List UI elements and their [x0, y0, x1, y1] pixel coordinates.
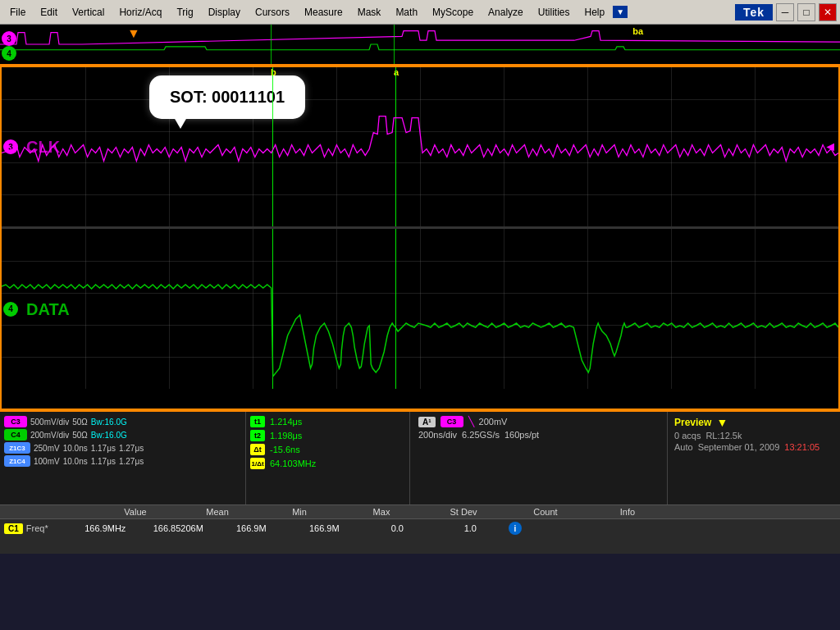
window-minimize[interactable]: ─ [776, 3, 794, 21]
rate-row: 200ns/div 6.25GS/s 160ps/pt [418, 430, 659, 440]
trigger-arrow: ╲ [468, 416, 474, 427]
inv-dt-value: 64.103MHz [270, 459, 316, 468]
menu-file[interactable]: File [3, 5, 32, 20]
meas-col-min: Min [267, 507, 332, 517]
meas-ch-badge: C1 [4, 523, 23, 534]
trigger-panel: A¹ C3 ╲ 200mV 200ns/div 6.25GS/s 160ps/p… [410, 412, 668, 504]
meas-col-mean: Mean [185, 507, 250, 517]
ch4-vdiv: 200mV/div [30, 431, 69, 440]
cursors-panel: t1 1.214μs t2 1.198μs Δt -15.6ns 1/Δt 64… [246, 412, 410, 504]
menu-edit[interactable]: Edit [34, 5, 64, 20]
data-waveform [2, 229, 838, 389]
sample-rate: 6.25GS/s [462, 430, 500, 440]
menu-dropdown[interactable]: ▼ [613, 6, 628, 18]
menubar: File Edit Vertical Horiz/Acq Trig Displa… [0, 0, 840, 25]
meas-col-count: Count [513, 507, 578, 517]
meas-name: Freq* [26, 523, 67, 533]
inv-dt-badge: 1/Δt [250, 458, 265, 469]
ch3-vdiv: 500mV/div [30, 418, 69, 427]
meas-col-value: Value [103, 507, 168, 517]
meas-value: 166.9MHz [71, 523, 140, 533]
menu-measure[interactable]: Measure [298, 5, 349, 20]
overview-cursor-a [394, 25, 395, 64]
z1c4-tdiv: 10.0ns [63, 457, 88, 466]
menu-analyze[interactable]: Analyze [482, 5, 530, 20]
acq-date: September 01, 2009 [698, 442, 780, 452]
acq-indicator: ▼ [716, 416, 728, 429]
meas-col-info: Info [595, 507, 660, 517]
ch3-badge: C3 [4, 416, 27, 427]
acq-count: 0 acqs [674, 431, 701, 441]
t1-row: t1 1.214μs [250, 416, 405, 427]
t2-row: t2 1.198μs [250, 430, 405, 441]
trigger-info-row: A¹ C3 ╲ 200mV [418, 416, 659, 427]
overview-waveform-ch4 [0, 25, 840, 64]
menu-display[interactable]: Display [202, 5, 247, 20]
rl-value: RL:12.5k [705, 431, 742, 441]
ch4-settings-row: C4 200mV/div 50Ω Bw:16.0G [4, 429, 241, 441]
menu-myscope[interactable]: MyScope [426, 5, 480, 20]
mode-date-row: Auto September 01, 2009 13:21:05 [674, 442, 833, 452]
menu-horiz-acq[interactable]: Horiz/Acq [112, 5, 168, 20]
window-restore[interactable]: □ [797, 3, 815, 21]
meas-min: 166.9M [217, 523, 286, 533]
ch4-bw: Bw:16.0G [91, 431, 127, 440]
z1c3-vdiv: 250mV [34, 444, 60, 453]
acqs-row: 0 acqs RL:12.5k [674, 431, 833, 441]
ch3-ohm: 50Ω [72, 418, 88, 427]
inv-dt-row: 1/Δt 64.103MHz [250, 458, 405, 469]
t2-value: 1.198μs [270, 431, 302, 441]
trigger-a-badge: A¹ [418, 417, 436, 427]
acq-mode: Auto [674, 442, 693, 452]
ch4-ohm: 50Ω [72, 431, 88, 440]
dt-badge: Δt [250, 444, 265, 455]
acq-time: 13:21:05 [784, 442, 819, 452]
trigger-level: 200mV [479, 417, 508, 427]
clk-waveform [2, 67, 838, 226]
meas-max: 166.9M [290, 523, 359, 533]
measurement-bar: Value Mean Min Max St Dev Count Info C1 … [0, 504, 840, 554]
t1-badge: t1 [250, 416, 265, 427]
overview-cursor-b [271, 25, 272, 64]
acq-panel: Preview ▼ 0 acqs RL:12.5k Auto September… [668, 412, 840, 504]
meas-stddev: 0.0 [363, 523, 432, 533]
menu-trig[interactable]: Trig [170, 5, 199, 20]
trigger-ch-badge: C3 [441, 416, 463, 427]
bottom-panels: C3 500mV/div 50Ω Bw:16.0G C4 200mV/div 5… [0, 410, 840, 504]
meas-mean: 166.85206M [144, 523, 213, 533]
tek-logo: Tek [735, 4, 773, 21]
menu-mask[interactable]: Mask [351, 5, 388, 20]
meas-info-icon[interactable]: i [509, 522, 522, 535]
overview-strip: ▼ 3 4 ba [0, 25, 840, 66]
preview-label: Preview [674, 417, 711, 428]
time-div: 200ns/div [418, 430, 457, 440]
z1c4-pos2: 1.27μs [119, 457, 144, 466]
meas-col-stddev: St Dev [431, 507, 496, 517]
meas-col-spacer [4, 507, 86, 517]
pts-per-div: 160ps/pt [504, 430, 539, 440]
meas-count: 1.0 [436, 523, 505, 533]
meas-header: Value Mean Min Max St Dev Count Info [0, 505, 840, 519]
ch4-badge: C4 [4, 429, 27, 441]
ch3-bw: Bw:16.0G [91, 418, 127, 427]
z1c3-badge: Z1C3 [4, 442, 30, 454]
z1c4-vdiv: 100mV [34, 457, 60, 466]
menu-math[interactable]: Math [389, 5, 424, 20]
z1c3-pos2: 1.27μs [119, 444, 144, 453]
t1-value: 1.214μs [270, 417, 302, 427]
window-close[interactable]: ✕ [819, 3, 837, 21]
main-scope: 3 CLK ◄ SOT: 00011101 b a [0, 66, 840, 410]
menu-vertical[interactable]: Vertical [66, 5, 111, 20]
meas-col-max: Max [349, 507, 414, 517]
preview-row: Preview ▼ [674, 416, 833, 429]
data-channel-area: 4 DATA [2, 229, 838, 389]
menu-cursors[interactable]: Cursors [249, 5, 296, 20]
ch3-settings-row: C3 500mV/div 50Ω Bw:16.0G [4, 416, 241, 427]
meas-row-0: C1 Freq* 166.9MHz 166.85206M 166.9M 166.… [0, 519, 840, 537]
dt-row: Δt -15.6ns [250, 444, 405, 455]
z1c4-settings-row: Z1C4 100mV 10.0ns 1.17μs 1.27μs [4, 455, 241, 467]
z1c4-pos1: 1.17μs [91, 457, 116, 466]
z1c3-tdiv: 10.0ns [63, 444, 88, 453]
menu-help[interactable]: Help [578, 5, 611, 20]
menu-utilities[interactable]: Utilities [532, 5, 577, 20]
